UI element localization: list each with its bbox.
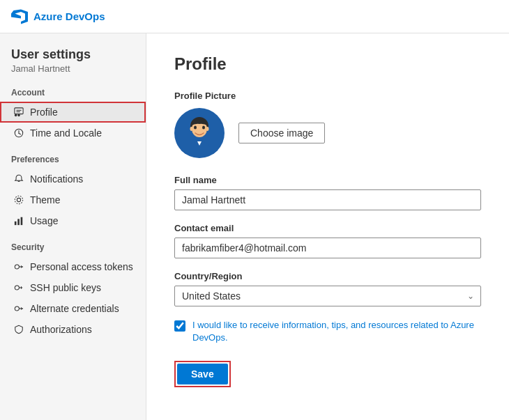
svg-point-28 bbox=[194, 126, 197, 130]
sidebar-item-theme-label: Theme bbox=[30, 194, 61, 205]
account-section-label: Account bbox=[0, 77, 146, 102]
svg-point-4 bbox=[17, 114, 20, 117]
theme-icon bbox=[13, 194, 24, 205]
preferences-section-label: Preferences bbox=[0, 143, 146, 169]
sidebar-item-theme[interactable]: Theme bbox=[0, 189, 146, 210]
app-name: Azure DevOps bbox=[33, 10, 105, 22]
avatar bbox=[174, 108, 225, 158]
sidebar-item-time-locale[interactable]: Time and Locale bbox=[0, 123, 146, 143]
main-layout: User settings Jamal Hartnett Account Pro… bbox=[0, 33, 509, 420]
svg-point-20 bbox=[15, 306, 19, 311]
profile-picture-row: Choose image bbox=[174, 108, 481, 158]
choose-image-button[interactable]: Choose image bbox=[238, 123, 325, 143]
country-select-wrap: United States United Kingdom Canada Aust… bbox=[174, 286, 481, 306]
sidebar-username: Jamal Hartnett bbox=[11, 63, 135, 74]
full-name-label: Full name bbox=[174, 175, 481, 185]
country-group: Country/Region United States United King… bbox=[174, 271, 481, 306]
sidebar-item-notifications[interactable]: Notifications bbox=[0, 169, 146, 189]
sidebar-item-notifications-label: Notifications bbox=[30, 173, 83, 185]
page-title: Profile bbox=[174, 54, 481, 74]
credentials-icon bbox=[13, 303, 24, 314]
country-select[interactable]: United States United Kingdom Canada Aust… bbox=[174, 286, 481, 306]
contact-email-input[interactable] bbox=[174, 238, 481, 258]
sidebar-item-personal-access-tokens-label: Personal access tokens bbox=[30, 261, 133, 272]
sidebar-item-usage-label: Usage bbox=[30, 215, 58, 226]
svg-rect-10 bbox=[15, 221, 17, 225]
full-name-group: Full name bbox=[174, 175, 481, 210]
svg-point-13 bbox=[15, 265, 19, 269]
svg-point-17 bbox=[15, 286, 19, 290]
sidebar-item-time-locale-label: Time and Locale bbox=[30, 127, 102, 139]
save-button[interactable]: Save bbox=[177, 364, 228, 384]
sidebar-item-ssh-public-keys-label: SSH public keys bbox=[30, 282, 101, 293]
contact-email-group: Contact email bbox=[174, 223, 481, 258]
svg-line-7 bbox=[19, 133, 21, 134]
sidebar-item-profile[interactable]: Profile bbox=[0, 102, 146, 123]
app-logo[interactable]: Azure DevOps bbox=[11, 8, 105, 25]
ssh-icon bbox=[13, 282, 24, 293]
svg-point-27 bbox=[206, 127, 209, 131]
sidebar-item-personal-access-tokens[interactable]: Personal access tokens bbox=[0, 256, 146, 277]
sidebar-item-ssh-public-keys[interactable]: SSH public keys bbox=[0, 277, 146, 298]
auth-icon bbox=[13, 324, 24, 335]
azure-devops-icon bbox=[11, 8, 28, 25]
profile-picture-label: Profile Picture bbox=[174, 91, 481, 101]
svg-point-3 bbox=[15, 114, 17, 117]
clock-icon bbox=[13, 127, 24, 139]
svg-point-8 bbox=[17, 198, 20, 201]
sidebar-title: User settings bbox=[11, 47, 135, 62]
newsletter-checkbox-label[interactable]: I would like to receive information, tip… bbox=[192, 319, 481, 344]
sidebar-item-authorizations-label: Authorizations bbox=[30, 324, 92, 335]
full-name-input[interactable] bbox=[174, 189, 481, 210]
security-section-label: Security bbox=[0, 231, 146, 256]
svg-point-9 bbox=[15, 196, 22, 203]
usage-icon bbox=[13, 215, 24, 226]
svg-point-26 bbox=[190, 127, 193, 131]
sidebar-item-usage[interactable]: Usage bbox=[0, 210, 146, 231]
sidebar-header: User settings Jamal Hartnett bbox=[0, 47, 146, 77]
sidebar-item-profile-label: Profile bbox=[30, 107, 58, 118]
svg-point-29 bbox=[202, 126, 205, 130]
newsletter-checkbox[interactable] bbox=[174, 320, 185, 332]
country-label: Country/Region bbox=[174, 271, 481, 281]
content-area: Profile Profile Picture bbox=[146, 33, 509, 420]
sidebar: User settings Jamal Hartnett Account Pro… bbox=[0, 33, 146, 420]
contact-email-label: Contact email bbox=[174, 223, 481, 233]
save-button-wrap: Save bbox=[174, 361, 231, 387]
svg-rect-12 bbox=[21, 217, 23, 225]
token-icon bbox=[13, 261, 24, 272]
notification-icon bbox=[13, 173, 24, 185]
svg-rect-0 bbox=[15, 108, 23, 114]
profile-icon bbox=[13, 107, 24, 118]
sidebar-item-authorizations[interactable]: Authorizations bbox=[0, 319, 146, 340]
sidebar-item-alternate-credentials[interactable]: Alternate credentials bbox=[0, 298, 146, 319]
topbar: Azure DevOps bbox=[0, 0, 509, 33]
svg-rect-11 bbox=[17, 219, 20, 225]
sidebar-item-alternate-credentials-label: Alternate credentials bbox=[30, 303, 119, 314]
newsletter-checkbox-row: I would like to receive information, tip… bbox=[174, 319, 481, 344]
